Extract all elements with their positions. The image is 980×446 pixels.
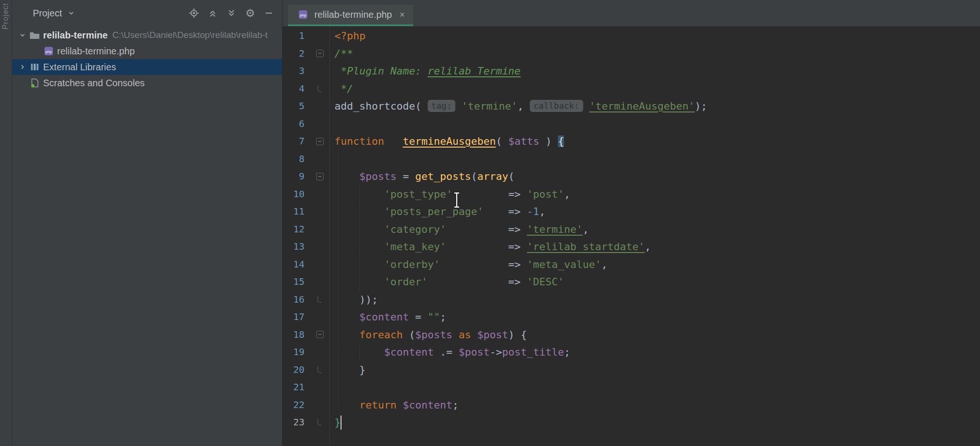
code-line-6[interactable] [330, 115, 980, 133]
gutter-line-14[interactable]: 14 [282, 256, 329, 274]
gutter-line-18[interactable]: 18− [282, 326, 329, 344]
line-number[interactable]: 22 [293, 399, 304, 410]
line-number[interactable]: 7 [299, 135, 304, 147]
tab-relilab-termine-php[interactable]: php relilab-termine.php × [288, 5, 413, 26]
line-number[interactable]: 23 [293, 416, 304, 428]
gutter-line-2[interactable]: 2− [282, 45, 329, 63]
code-line-17[interactable]: $content = ""; [330, 308, 980, 326]
fold-start-icon[interactable]: − [316, 173, 324, 180]
expand-all-icon[interactable] [226, 7, 237, 19]
gutter-line-21[interactable]: 21 [282, 379, 329, 396]
gutter-line-11[interactable]: 11 [282, 203, 329, 221]
gutter-line-17[interactable]: 17 [282, 308, 329, 326]
code-line-22[interactable]: return $content; [330, 396, 980, 414]
code-line-7[interactable]: function termineAusgeben( $atts ) { [330, 133, 980, 150]
line-number[interactable]: 4 [299, 83, 304, 94]
library-icon [28, 62, 41, 72]
project-stripe-label[interactable]: Project [1, 3, 10, 30]
tree-item-external-libraries[interactable]: External Libraries [12, 59, 282, 75]
code-line-13[interactable]: 'meta_key' => 'relilab_startdate', [330, 238, 980, 256]
gutter-line-20[interactable]: 20 [282, 361, 329, 379]
tree-item-scratches-and-consoles[interactable]: Scratches and Consoles [12, 75, 282, 91]
code-line-19[interactable]: $content .= $post->post_title; [330, 343, 980, 361]
settings-gear-icon[interactable]: ⚙ [245, 7, 256, 19]
fold-end-icon[interactable] [318, 296, 321, 303]
line-number[interactable]: 2 [299, 48, 304, 59]
gutter-line-15[interactable]: 15 [282, 273, 329, 291]
code-line-11[interactable]: 'posts_per_page' => -1, [330, 203, 980, 221]
tree-item-relilab-termine-php[interactable]: phprelilab-termine.php [12, 43, 282, 59]
line-number[interactable]: 10 [293, 188, 304, 200]
collapse-all-icon[interactable] [207, 7, 218, 19]
code-line-2[interactable]: /** [330, 45, 980, 63]
gutter-line-7[interactable]: 7− [282, 133, 329, 150]
gutter-line-16[interactable]: 16 [282, 291, 329, 309]
fold-end-icon[interactable] [318, 366, 321, 373]
locate-icon[interactable] [188, 7, 200, 19]
gutter-line-13[interactable]: 13 [282, 238, 329, 256]
fold-end-icon[interactable] [318, 85, 321, 92]
gutter-line-10[interactable]: 10 [282, 186, 329, 203]
line-number[interactable]: 18 [293, 329, 304, 340]
line-number[interactable]: 16 [293, 294, 304, 305]
line-number[interactable]: 21 [293, 381, 304, 393]
chevron-right-icon[interactable] [17, 63, 28, 71]
gutter-line-8[interactable]: 8 [282, 150, 329, 168]
code-line-20[interactable]: } [330, 361, 980, 379]
fold-start-icon[interactable]: − [316, 331, 324, 338]
gutter-line-4[interactable]: 4 [282, 80, 329, 98]
code-line-1[interactable]: <?php [330, 27, 980, 45]
gutter-line-23[interactable]: 23 [282, 414, 329, 431]
line-number[interactable]: 8 [299, 153, 304, 164]
fold-end-icon[interactable] [318, 419, 321, 425]
editor-area[interactable]: 12−34567−89−101112131415161718−192021222… [282, 26, 980, 446]
project-panel-title[interactable]: Project [33, 7, 77, 19]
code-line-12[interactable]: 'category' => 'termine', [330, 221, 980, 238]
gutter-line-22[interactable]: 22 [282, 396, 329, 414]
tree-item-relilab-termine[interactable]: relilab-termineC:\Users\Daniel\Desktop\r… [12, 27, 282, 43]
code-token: 'termine' [527, 223, 583, 235]
code-line-3[interactable]: *Plugin Name: relilab Termine [330, 62, 980, 80]
code-line-21[interactable] [330, 379, 980, 396]
code-line-4[interactable]: */ [330, 80, 980, 98]
gutter-line-9[interactable]: 9− [282, 168, 329, 186]
code-line-5[interactable]: add_shortcode( tag: 'termine', callback:… [330, 97, 980, 115]
line-number[interactable]: 5 [299, 100, 304, 112]
gutter-line-6[interactable]: 6 [282, 115, 329, 133]
line-number[interactable]: 9 [299, 171, 304, 182]
code-line-15[interactable]: 'order' => 'DESC' [330, 273, 980, 291]
line-number[interactable]: 3 [299, 65, 304, 76]
fold-start-icon[interactable]: − [316, 138, 324, 145]
gutter-line-12[interactable]: 12 [282, 221, 329, 238]
line-number[interactable]: 20 [293, 364, 304, 375]
line-number[interactable]: 17 [293, 311, 304, 322]
line-number[interactable]: 19 [293, 346, 304, 357]
line-number[interactable]: 13 [293, 241, 304, 252]
gutter-line-1[interactable]: 1 [282, 27, 329, 45]
fold-start-icon[interactable]: − [316, 50, 324, 57]
tool-window-stripe[interactable]: Project [0, 0, 12, 446]
line-number[interactable]: 11 [293, 206, 304, 217]
code-token: as [459, 329, 471, 341]
line-number[interactable]: 6 [299, 118, 304, 129]
gutter-line-19[interactable]: 19 [282, 343, 329, 361]
line-number[interactable]: 15 [293, 276, 304, 287]
gutter-line-3[interactable]: 3 [282, 62, 329, 80]
code-area[interactable]: <?php/** *Plugin Name: relilab Termine *… [330, 26, 980, 446]
code-line-14[interactable]: 'orderby' => 'meta_value', [330, 256, 980, 274]
line-number[interactable]: 1 [299, 30, 304, 41]
code-line-10[interactable]: 'post_type' => 'post', [330, 186, 980, 203]
code-line-8[interactable] [330, 150, 980, 168]
code-line-9[interactable]: $posts = get_posts(array( [330, 168, 980, 186]
code-line-18[interactable]: foreach ($posts as $post) { [330, 326, 980, 344]
code-token: 'DESC' [527, 276, 564, 288]
close-icon[interactable]: × [400, 9, 405, 20]
hide-panel-icon[interactable] [263, 7, 275, 19]
chevron-down-icon[interactable] [17, 31, 28, 39]
code-line-23[interactable]: } [330, 414, 980, 431]
line-number[interactable]: 14 [293, 259, 304, 270]
php-file-icon: php [297, 10, 310, 19]
line-number[interactable]: 12 [293, 223, 304, 235]
code-line-16[interactable]: )); [330, 291, 980, 309]
gutter-line-5[interactable]: 5 [282, 97, 329, 115]
